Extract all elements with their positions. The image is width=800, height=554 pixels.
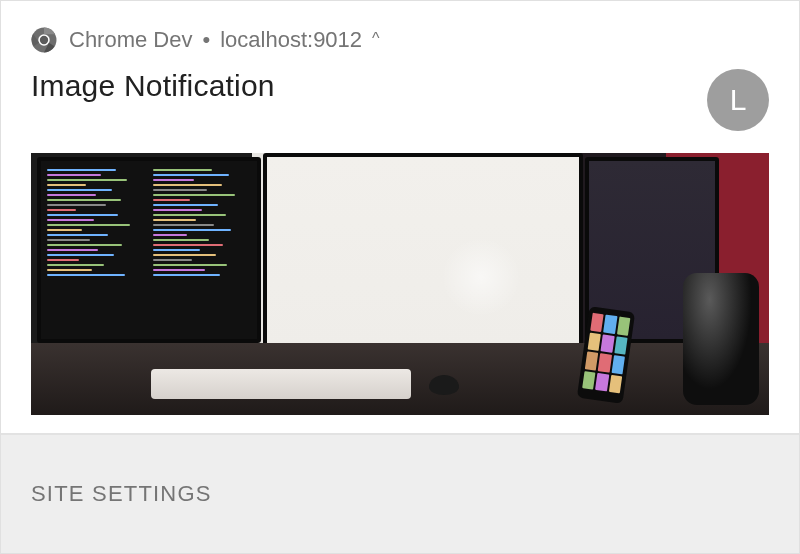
- mouse: [429, 375, 459, 395]
- svg-point-2: [40, 36, 48, 44]
- site-settings-button[interactable]: SITE SETTINGS: [31, 481, 212, 507]
- notification-actions: SITE SETTINGS: [1, 433, 799, 553]
- notification-header[interactable]: Chrome Dev • localhost:9012 ^: [1, 1, 799, 59]
- monitor-left: [37, 157, 261, 343]
- app-name: Chrome Dev: [69, 27, 192, 53]
- notification-big-image: [31, 153, 769, 415]
- mac-pro-cylinder: [683, 273, 759, 405]
- notification-body: Image Notification L: [1, 59, 799, 153]
- monitor-center: [263, 153, 583, 353]
- avatar-initial: L: [730, 83, 747, 117]
- notification-source: Chrome Dev • localhost:9012 ^: [69, 27, 769, 53]
- collapse-caret-icon[interactable]: ^: [372, 30, 380, 48]
- keyboard: [151, 369, 411, 399]
- separator-dot: •: [202, 27, 210, 53]
- origin-host: localhost:9012: [220, 27, 362, 53]
- notification-card: Chrome Dev • localhost:9012 ^ Image Noti…: [1, 1, 799, 553]
- chrome-dev-icon: [31, 27, 57, 53]
- notification-title: Image Notification: [31, 69, 275, 103]
- avatar: L: [707, 69, 769, 131]
